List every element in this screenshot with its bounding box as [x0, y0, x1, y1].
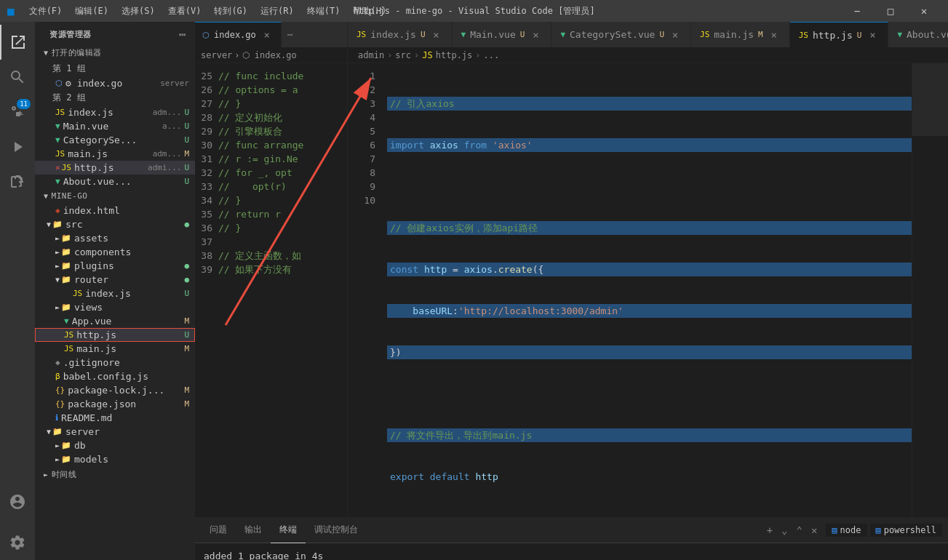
- open-editor-httpjs[interactable]: ✕ JS http.js admi... U: [35, 161, 195, 175]
- file-packagejson[interactable]: {} package.json M: [35, 397, 195, 411]
- panel-tab-terminal[interactable]: 终端: [271, 518, 306, 543]
- panel-tab-output[interactable]: 输出: [236, 518, 271, 543]
- tab-aboutvue[interactable]: ▼ About.vue U ×: [888, 22, 948, 47]
- file-mainjs[interactable]: JS main.js M: [35, 342, 195, 356]
- terminal-name: node: [840, 525, 861, 535]
- open-editor-mainjs[interactable]: JS main.js adm... M: [35, 147, 195, 161]
- terminal-node[interactable]: ▤ node: [826, 524, 867, 537]
- folder-server[interactable]: ▼ 📁 server: [35, 425, 195, 439]
- breadcrumb-part: ⬡ index.go: [242, 50, 297, 60]
- code-line-1: // 引入axios: [387, 97, 912, 111]
- folder-icon: 📁: [61, 233, 71, 243]
- file-name: components: [74, 247, 189, 257]
- file-indexhtml[interactable]: ◈ index.html: [35, 204, 195, 217]
- folder-plugins[interactable]: ► 📁 plugins ●: [35, 259, 195, 273]
- open-editors-section[interactable]: ▼ 打开的编辑器: [35, 44, 195, 61]
- menu-select[interactable]: 选择(S): [116, 4, 161, 19]
- panel-collapse-button[interactable]: ⌃: [794, 523, 805, 537]
- tab-close-button[interactable]: ×: [669, 28, 682, 41]
- menu-file[interactable]: 文件(F): [23, 4, 68, 19]
- panel-split-button[interactable]: ⌄: [778, 523, 790, 537]
- panel-close-button[interactable]: ✕: [808, 523, 820, 537]
- terminal-icon: ▤: [876, 525, 881, 535]
- activity-run[interactable]: [0, 129, 35, 164]
- activity-source-control[interactable]: 11: [0, 95, 35, 129]
- folder-components[interactable]: ► 📁 components: [35, 245, 195, 259]
- terminal-powershell[interactable]: ▤ powershell: [870, 524, 942, 537]
- tab-dirty-indicator: M: [758, 30, 763, 39]
- menu-run[interactable]: 运行(R): [255, 4, 300, 19]
- tab-mainjs[interactable]: JS main.js M ×: [691, 22, 790, 47]
- breadcrumb-file: http.js: [436, 50, 473, 60]
- folder-icon: 📁: [61, 247, 71, 257]
- dot-badge: ●: [184, 261, 189, 271]
- folder-src[interactable]: ▼ 📁 src ●: [35, 217, 195, 231]
- panel-tab-debug[interactable]: 调试控制台: [306, 518, 367, 543]
- panel-add-button[interactable]: +: [764, 523, 776, 537]
- tab-close-button[interactable]: ×: [430, 28, 443, 41]
- file-readme[interactable]: ℹ README.md: [35, 411, 195, 425]
- tab-more-button[interactable]: ⋯: [282, 22, 299, 47]
- panel-tab-problems[interactable]: 问题: [201, 518, 236, 543]
- tab-close-button[interactable]: ×: [866, 28, 879, 41]
- js-file-icon: JS: [64, 344, 73, 353]
- folder-icon: 📁: [61, 455, 71, 464]
- terminal-content[interactable]: added 1 package in 4s ⚓ Running completi…: [195, 543, 948, 560]
- maximize-button[interactable]: □: [874, 0, 907, 22]
- activity-settings[interactable]: [0, 525, 35, 560]
- editor-panel-area: ⬡ index.go × ⋯ server › ⬡ index.go 25262…: [195, 22, 948, 560]
- menu-view[interactable]: 查看(V): [162, 4, 207, 19]
- file-httpjs-sidebar[interactable]: JS http.js U: [35, 328, 195, 342]
- file-name: db: [74, 440, 189, 451]
- activity-extensions[interactable]: [0, 164, 35, 199]
- md-file-icon: ℹ: [55, 413, 58, 423]
- activity-search[interactable]: [0, 60, 35, 95]
- open-editor-aboutvue[interactable]: ▼ About.vue... U: [35, 175, 195, 188]
- menu-edit[interactable]: 编辑(E): [69, 4, 114, 19]
- file-packagelockjson[interactable]: {} package-lock.j... M: [35, 383, 195, 397]
- tab-mainvue[interactable]: ▼ Main.vue U ×: [453, 22, 552, 47]
- file-gitignore[interactable]: ◆ .gitignore: [35, 356, 195, 369]
- folder-router[interactable]: ▼ 📁 router ●: [35, 273, 195, 287]
- code-content[interactable]: // 引入axios import axios from 'axios' // …: [384, 63, 912, 517]
- folder-models[interactable]: ► 📁 models: [35, 452, 195, 466]
- code-line-8: [387, 387, 912, 401]
- tab-httpjs[interactable]: JS http.js U ×: [790, 22, 889, 47]
- tab-close-button[interactable]: ×: [260, 28, 274, 41]
- js-file-icon: JS: [64, 330, 73, 340]
- file-babelconfig[interactable]: β babel.config.js: [35, 369, 195, 383]
- activity-account[interactable]: [0, 484, 35, 519]
- sidebar-menu-button[interactable]: ⋯: [179, 28, 186, 41]
- mine-go-section[interactable]: ▼ MINE-GO: [35, 188, 195, 204]
- close-button[interactable]: ✕: [907, 0, 941, 22]
- open-editor-indexjs[interactable]: JS index.js adm... U: [35, 105, 195, 119]
- open-editor-indexgo[interactable]: ⬡ ⚙ index.go server: [35, 76, 195, 90]
- side-code-content: // func include // options = a // } // 定…: [215, 63, 347, 517]
- file-appvue[interactable]: ▼ App.vue M: [35, 314, 195, 328]
- open-editor-categoryset[interactable]: ▼ CategorySe... U: [35, 133, 195, 147]
- open-editor-mainvue[interactable]: ▼ Main.vue a... U: [35, 119, 195, 133]
- folder-assets[interactable]: ► 📁 assets: [35, 231, 195, 245]
- tab-label: About.vue: [907, 29, 948, 40]
- tab-categoryset[interactable]: ▼ CategorySet.vue U ×: [551, 22, 691, 47]
- tab-indexjs[interactable]: JS index.js U ×: [348, 22, 453, 47]
- file-router-indexjs[interactable]: JS index.js U: [35, 287, 195, 300]
- html-file-icon: ◈: [55, 206, 60, 215]
- menu-goto[interactable]: 转到(G): [208, 4, 253, 19]
- folder-db[interactable]: ► 📁 db: [35, 439, 195, 452]
- menu-terminal[interactable]: 终端(T): [301, 4, 346, 19]
- code-line-9: // 将文件导出，导出到main.js: [387, 428, 912, 442]
- breadcrumb: admin › src › JS http.js › ...: [348, 47, 948, 63]
- folder-views[interactable]: ► 📁 views: [35, 300, 195, 314]
- tab-indexgo[interactable]: ⬡ index.go ×: [195, 22, 282, 47]
- folder-icon: 📁: [61, 261, 71, 271]
- close-icon: ✕: [55, 163, 60, 172]
- timeline-section[interactable]: ► 时间线: [35, 466, 195, 483]
- sidebar-content: ▼ 打开的编辑器 第 1 组 ⬡ ⚙ index.go server 第 2 组…: [35, 44, 195, 560]
- window-title: http.js - mine-go - Visual Studio Code […: [353, 5, 594, 17]
- tab-close-button[interactable]: ×: [529, 28, 542, 41]
- file-badge: U: [184, 108, 189, 117]
- minimize-button[interactable]: −: [840, 0, 874, 22]
- activity-explorer[interactable]: [0, 25, 35, 60]
- tab-close-button[interactable]: ×: [768, 28, 781, 41]
